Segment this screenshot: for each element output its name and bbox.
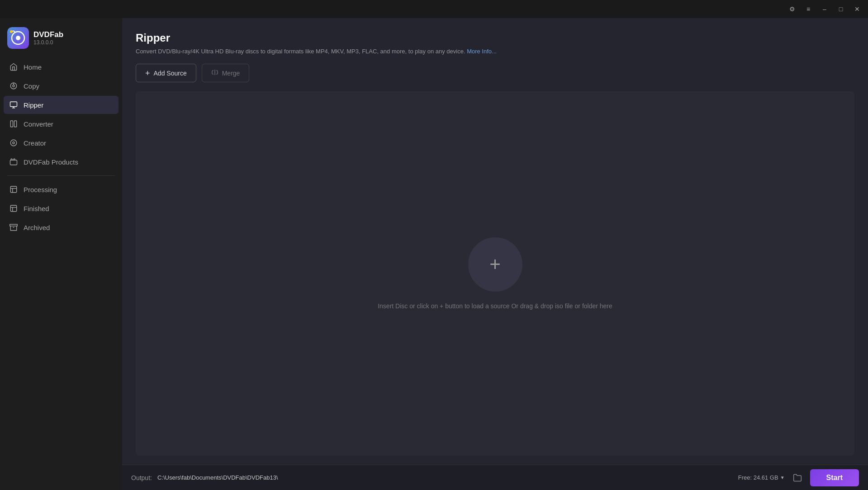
page-description: Convert DVD/Blu-ray/4K Ultra HD Blu-ray … bbox=[136, 48, 854, 55]
sidebar-item-dvdfab-products[interactable]: DVDFab Products bbox=[4, 153, 119, 171]
add-source-plus-icon: + bbox=[145, 69, 150, 77]
sidebar-label-home: Home bbox=[24, 63, 42, 71]
more-info-link[interactable]: More Info... bbox=[467, 48, 497, 55]
output-path: C:\Users\fab\Documents\DVDFab\DVDFab13\ bbox=[157, 474, 733, 481]
finished-icon bbox=[9, 204, 18, 213]
app-name: DVDFab bbox=[33, 30, 63, 39]
svg-rect-16 bbox=[10, 205, 17, 212]
sidebar-item-ripper[interactable]: Ripper bbox=[4, 96, 119, 114]
creator-icon bbox=[9, 138, 18, 147]
sidebar-label-copy: Copy bbox=[24, 82, 39, 90]
sidebar-secondary-nav: Processing Finished bbox=[0, 180, 122, 236]
ripper-icon bbox=[9, 100, 18, 109]
settings-button[interactable]: ⚙ bbox=[785, 3, 799, 15]
svg-rect-7 bbox=[10, 102, 17, 107]
converter-icon bbox=[9, 119, 18, 128]
sidebar-label-finished: Finished bbox=[24, 205, 49, 212]
sidebar-label-converter: Converter bbox=[24, 120, 53, 128]
products-icon bbox=[9, 157, 18, 166]
app-version: 13.0.0.0 bbox=[33, 39, 63, 46]
merge-button[interactable]: Merge bbox=[202, 64, 250, 82]
sidebar-item-creator[interactable]: Creator bbox=[4, 134, 119, 152]
svg-point-3 bbox=[10, 30, 13, 33]
processing-icon bbox=[9, 185, 18, 194]
svg-point-2 bbox=[16, 36, 20, 40]
content-area: Ripper Convert DVD/Blu-ray/4K Ultra HD B… bbox=[122, 18, 868, 490]
merge-icon bbox=[211, 69, 218, 77]
sidebar-label-creator: Creator bbox=[24, 139, 46, 147]
sidebar: DVDFab 13.0.0.0 Home bbox=[0, 18, 122, 490]
free-space: Free: 24.61 GB ▼ bbox=[738, 474, 785, 481]
sidebar-label-dvdfab-products: DVDFab Products bbox=[24, 158, 78, 166]
svg-point-10 bbox=[10, 140, 17, 146]
svg-rect-13 bbox=[10, 186, 17, 193]
sidebar-item-converter[interactable]: Converter bbox=[4, 115, 119, 133]
drop-hint-text: Insert Disc or click on + button to load… bbox=[378, 302, 612, 310]
home-icon bbox=[9, 62, 18, 71]
sidebar-item-finished[interactable]: Finished bbox=[4, 199, 119, 217]
chevron-down-icon: ▼ bbox=[780, 475, 785, 480]
add-circle-plus-icon: + bbox=[489, 255, 501, 274]
svg-point-11 bbox=[13, 142, 15, 144]
title-bar: ⚙ ≡ – □ ✕ bbox=[0, 0, 868, 18]
app-body: DVDFab 13.0.0.0 Home bbox=[0, 18, 868, 490]
sidebar-item-home[interactable]: Home bbox=[4, 58, 119, 76]
svg-rect-8 bbox=[10, 121, 13, 127]
content-main: Ripper Convert DVD/Blu-ray/4K Ultra HD B… bbox=[122, 18, 868, 465]
output-bar: Output: C:\Users\fab\Documents\DVDFab\DV… bbox=[122, 465, 868, 490]
sidebar-label-archived: Archived bbox=[24, 224, 50, 231]
menu-button[interactable]: ≡ bbox=[801, 3, 816, 15]
sidebar-divider bbox=[7, 175, 115, 176]
maximize-button[interactable]: □ bbox=[834, 3, 848, 15]
output-label: Output: bbox=[131, 474, 152, 481]
copy-icon bbox=[9, 81, 18, 90]
add-source-button[interactable]: + Add Source bbox=[136, 64, 196, 82]
add-circle-button[interactable]: + bbox=[468, 237, 522, 292]
archived-icon bbox=[9, 223, 18, 232]
start-button[interactable]: Start bbox=[810, 469, 859, 486]
sidebar-item-copy[interactable]: Copy bbox=[4, 77, 119, 95]
svg-rect-19 bbox=[10, 224, 18, 226]
close-button[interactable]: ✕ bbox=[850, 3, 864, 15]
sidebar-logo: DVDFab 13.0.0.0 bbox=[0, 23, 122, 58]
drop-zone[interactable]: + Insert Disc or click on + button to lo… bbox=[136, 91, 854, 456]
svg-rect-12 bbox=[10, 160, 17, 165]
sidebar-label-ripper: Ripper bbox=[24, 101, 43, 109]
title-bar-controls: ⚙ ≡ – □ ✕ bbox=[785, 3, 864, 15]
toolbar: + Add Source Merge bbox=[136, 64, 854, 82]
logo-text: DVDFab 13.0.0.0 bbox=[33, 30, 63, 46]
sidebar-item-archived[interactable]: Archived bbox=[4, 218, 119, 236]
sidebar-item-processing[interactable]: Processing bbox=[4, 180, 119, 198]
sidebar-label-processing: Processing bbox=[24, 186, 57, 193]
browse-folder-button[interactable] bbox=[790, 471, 805, 485]
svg-rect-9 bbox=[14, 121, 17, 127]
sidebar-nav: Home Copy bbox=[0, 58, 122, 171]
page-title: Ripper bbox=[136, 32, 854, 44]
svg-point-5 bbox=[13, 85, 15, 87]
app-logo-icon bbox=[7, 27, 29, 49]
minimize-button[interactable]: – bbox=[817, 3, 832, 15]
